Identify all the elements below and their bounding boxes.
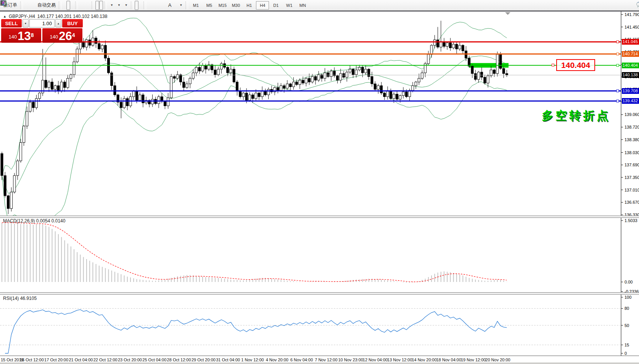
time-axis-label: 6 Nov 04:00 xyxy=(290,358,313,362)
signals-button[interactable] xyxy=(32,1,35,10)
svg-text:138.380: 138.380 xyxy=(625,137,639,142)
sell-price-box[interactable]: 140 13 8 xyxy=(1,28,41,43)
candlestick-chart-button[interactable] xyxy=(66,1,70,10)
svg-text:0: 0 xyxy=(625,351,627,356)
line-handle[interactable] xyxy=(616,41,619,43)
macd-value-main: 0.0054 xyxy=(36,218,50,224)
time-axis-label: 14 Nov 20:00 xyxy=(412,358,436,362)
line-handle[interactable] xyxy=(616,53,619,55)
svg-text:136.670: 136.670 xyxy=(625,200,639,205)
timeframe-button-w1[interactable]: W1 xyxy=(283,1,296,10)
timeframe-button-m15[interactable]: M15 xyxy=(216,1,229,10)
toolbar-separator xyxy=(20,2,23,9)
volume-decrease-button[interactable]: ▼ xyxy=(23,19,29,27)
panel-splitter[interactable] xyxy=(0,216,639,218)
bar-chart-button[interactable] xyxy=(63,1,66,10)
indicators-button[interactable]: ▼ xyxy=(108,1,115,10)
text-icon: A xyxy=(168,2,172,8)
svg-text:137.690: 137.690 xyxy=(625,163,639,167)
timeframe-button-d1[interactable]: D1 xyxy=(269,1,282,10)
text-label-button[interactable]: T xyxy=(173,1,177,10)
market-watch-button[interactable] xyxy=(24,1,28,10)
line-chart-button[interactable] xyxy=(70,1,74,10)
mt4-window: 新订单 xyxy=(0,0,639,364)
rsi-name: RSI(14) xyxy=(3,296,19,301)
volume-increase-button[interactable]: ▲ xyxy=(55,19,61,27)
horizontal-line-button[interactable] xyxy=(151,1,155,10)
line-handle[interactable] xyxy=(616,64,619,66)
line-handle[interactable] xyxy=(616,90,619,92)
toolbar-separator xyxy=(104,2,107,9)
zoom-in-button[interactable] xyxy=(79,1,83,10)
templates-button[interactable]: ▼ xyxy=(122,1,130,10)
timeframe-button-h1[interactable]: H1 xyxy=(243,1,256,10)
toolbar-separator xyxy=(131,2,134,9)
macd-value-signal: 0.0140 xyxy=(52,218,66,224)
toolbar-separator xyxy=(59,2,61,9)
timeframe-button-mn[interactable]: MN xyxy=(296,1,309,10)
line-handle[interactable] xyxy=(616,100,619,102)
trendline-button[interactable] xyxy=(155,1,159,10)
panel-splitter[interactable] xyxy=(0,292,639,295)
time-axis-label: 25 Oct 04:00 xyxy=(142,358,166,362)
turning-point-annotation[interactable]: 多空转折点 xyxy=(542,108,610,124)
arrows-button[interactable]: ▼ xyxy=(177,1,184,10)
navigator-button[interactable] xyxy=(28,1,32,10)
timeframe-button-m30[interactable]: M30 xyxy=(229,1,242,10)
rsi-label-row: RSI(14) 46.9105 xyxy=(3,296,37,301)
equidistant-channel-button[interactable]: E xyxy=(159,1,163,10)
axis-price-label: 140.714 xyxy=(622,51,639,57)
volume-input[interactable]: 1.00 xyxy=(29,19,55,27)
svg-text:137.010: 137.010 xyxy=(625,188,639,192)
chart-shift-marker[interactable] xyxy=(505,12,510,15)
timeframe-button-h4[interactable]: H4 xyxy=(256,1,269,10)
timeframe-group: M1M5M15M30H1H4D1W1MN xyxy=(189,1,309,10)
time-axis-label: 22 Oct 12:00 xyxy=(93,358,117,362)
axis-price-label: 139.432 xyxy=(622,98,639,104)
axis-price-label: 139.708 xyxy=(622,88,639,94)
dropdown-caret: ▼ xyxy=(179,3,182,7)
candles-layer xyxy=(1,21,508,214)
auto-scroll-button[interactable] xyxy=(95,1,99,10)
text-button[interactable]: A xyxy=(166,1,174,10)
crosshair-button[interactable] xyxy=(138,1,142,10)
tile-windows-button[interactable] xyxy=(87,1,90,10)
vertical-line-button[interactable] xyxy=(147,1,151,10)
time-axis-label: 13 Nov 12:00 xyxy=(387,358,412,362)
time-axis-label: 19 Nov 12:00 xyxy=(461,358,486,362)
timeframe-button-m5[interactable]: M5 xyxy=(203,1,216,10)
dropdown-caret: ▼ xyxy=(117,3,121,7)
fibonacci-button[interactable]: F xyxy=(163,1,166,10)
svg-text:141.450: 141.450 xyxy=(625,25,639,29)
sell-button[interactable]: SELL xyxy=(1,19,22,27)
cursor-button[interactable] xyxy=(135,1,138,10)
timeframe-button-m1[interactable]: M1 xyxy=(189,1,202,10)
svg-text:139.060: 139.060 xyxy=(625,112,639,117)
chat-icon[interactable] xyxy=(636,1,639,8)
svg-text:80: 80 xyxy=(625,306,629,311)
chart-canvas[interactable]: 141.790141.450141.110140.770140.430140.0… xyxy=(0,11,639,364)
svg-text:137.350: 137.350 xyxy=(625,175,639,180)
sell-price-pip: 8 xyxy=(31,28,34,42)
buy-price-box[interactable]: 140 26 4 xyxy=(42,28,82,43)
periods-button[interactable]: ▼ xyxy=(115,1,122,10)
sell-price-prefix: 140 xyxy=(9,32,17,42)
macd-label-row: MACD(12,26,9) 0.0054 0.0140 xyxy=(3,218,65,224)
dropdown-caret: ▼ xyxy=(110,3,113,7)
svg-text:138.030: 138.030 xyxy=(625,150,639,155)
callout-anchor-handle[interactable] xyxy=(552,64,554,66)
buy-button[interactable]: BUY xyxy=(62,19,83,27)
rsi-value: 46.9105 xyxy=(20,296,37,301)
axis-price-label: 141.045 xyxy=(622,39,639,45)
price-callout-box[interactable]: 140.404 xyxy=(556,59,595,71)
autotrading-button[interactable]: 自动交易 xyxy=(35,1,58,10)
macd-signal-line xyxy=(2,222,507,282)
chart-shift-button[interactable] xyxy=(99,1,103,10)
toolbar-separator xyxy=(185,2,188,9)
zoom-out-button[interactable] xyxy=(83,1,87,10)
time-axis-label: 4 Nov 20:00 xyxy=(266,358,288,362)
chart-title-row: ▲ GBPJPY-,H4 140.177 140.201 140.102 140… xyxy=(3,14,107,19)
window-bottom-band xyxy=(0,362,639,364)
collapse-panel-toggle[interactable]: ▲ xyxy=(3,14,6,18)
svg-text:138.720: 138.720 xyxy=(625,125,639,129)
